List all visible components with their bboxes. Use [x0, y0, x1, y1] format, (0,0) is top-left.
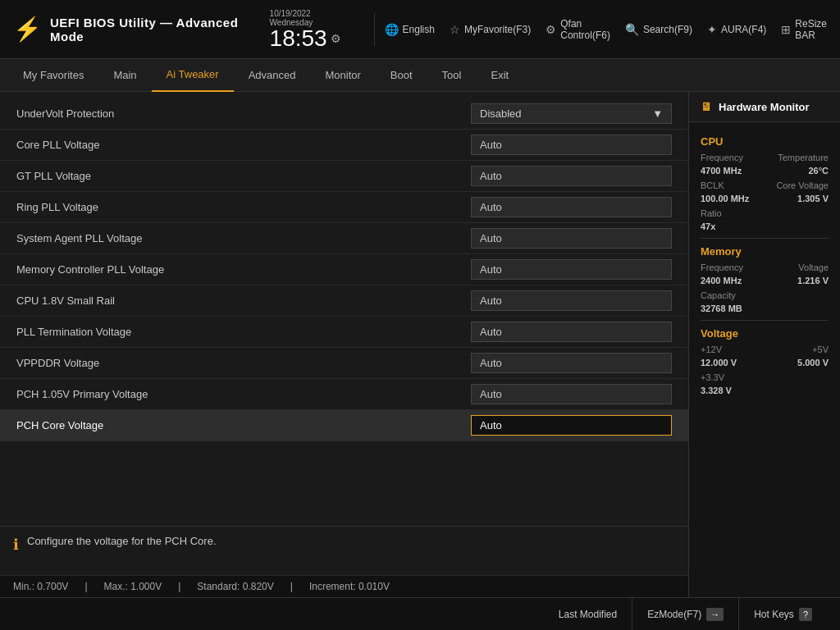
- last-modified-button[interactable]: Last Modified: [544, 598, 632, 631]
- myfavorite-tool[interactable]: ☆ MyFavorite(F3): [450, 23, 531, 36]
- volt-12v-label: +12V: [701, 345, 722, 354]
- nav-main[interactable]: Main: [98, 59, 151, 92]
- setting-value-pch-105v[interactable]: Auto: [471, 384, 672, 404]
- setting-undervolt[interactable]: UnderVolt Protection Disabled ▼: [0, 98, 688, 130]
- setting-vppddr[interactable]: VPPDDR Voltage Auto: [0, 348, 688, 379]
- vppddr-input[interactable]: Auto: [471, 353, 672, 373]
- setting-value-core-pll[interactable]: Auto: [471, 135, 672, 155]
- fan-icon: ⚙: [546, 23, 556, 36]
- nav-advanced[interactable]: Advanced: [234, 59, 311, 92]
- setting-value-ring-pll[interactable]: Auto: [471, 197, 672, 217]
- ez-mode-button[interactable]: EzMode(F7) →: [632, 598, 738, 631]
- volt-33v-value-row: 3.328 V: [701, 386, 829, 395]
- aura-tool[interactable]: ✦ AURA(F4): [707, 23, 766, 36]
- nav-tool[interactable]: Tool: [427, 59, 477, 92]
- setting-label-cpu-18v: CPU 1.8V Small Rail: [16, 294, 471, 307]
- cpu-bclk-row: BCLK Core Voltage: [701, 180, 829, 190]
- app-title: UEFI BIOS Utility — Advanced Mode: [50, 16, 270, 43]
- nav-ai-tweaker[interactable]: Ai Tweaker: [152, 59, 234, 92]
- qfan-tool[interactable]: ⚙ Qfan Control(F6): [546, 18, 610, 41]
- pch-core-input[interactable]: Auto: [471, 415, 672, 436]
- hot-keys-button[interactable]: Hot Keys ?: [738, 598, 827, 631]
- nav-monitor[interactable]: Monitor: [311, 59, 376, 92]
- cpu-frequency-value-row: 4700 MHz 26°C: [701, 166, 829, 176]
- cpu-corevoltage-label: Core Voltage: [776, 180, 829, 190]
- cpu-bclk-value: 100.00 MHz: [701, 194, 749, 203]
- setting-value-mem-ctrl-pll[interactable]: Auto: [471, 259, 672, 280]
- voltage-section-title: Voltage: [701, 327, 829, 340]
- monitor-icon: 🖥: [701, 100, 712, 113]
- volt-33v-row: +3.3V: [701, 372, 829, 382]
- setting-sys-agent-pll[interactable]: System Agent PLL Voltage Auto: [0, 223, 688, 254]
- volt-12v-value: 12.000 V: [701, 358, 737, 368]
- setting-value-sys-agent-pll[interactable]: Auto: [471, 228, 672, 249]
- setting-value-cpu-18v[interactable]: Auto: [471, 290, 672, 311]
- resizebar-label: ReSize BAR: [795, 18, 827, 41]
- range-sep2: |: [178, 581, 180, 592]
- setting-gt-pll[interactable]: GT PLL Voltage Auto: [0, 161, 688, 192]
- nav-my-favorites[interactable]: My Favorites: [8, 59, 98, 92]
- cpu-corevoltage-value: 1.305 V: [797, 194, 829, 203]
- cpu-temperature-label: Temperature: [778, 153, 829, 162]
- hot-keys-icon: ?: [799, 608, 812, 621]
- pll-term-input[interactable]: Auto: [471, 322, 672, 342]
- setting-pch-core[interactable]: PCH Core Voltage Auto: [0, 410, 688, 441]
- setting-label-pll-term: PLL Termination Voltage: [16, 326, 471, 338]
- search-tool[interactable]: 🔍 Search(F9): [625, 23, 692, 36]
- time-display: 18:53: [270, 27, 327, 50]
- last-modified-label: Last Modified: [559, 609, 617, 620]
- nav-exit[interactable]: Exit: [476, 59, 523, 92]
- myfavorite-label: MyFavorite(F3): [464, 24, 531, 35]
- setting-pch-105v[interactable]: PCH 1.05V Primary Voltage Auto: [0, 379, 688, 410]
- cpu-temperature-value: 26°C: [808, 166, 829, 176]
- nav-boot[interactable]: Boot: [376, 59, 427, 92]
- header-tools: 🌐 English ☆ MyFavorite(F3) ⚙ Qfan Contro…: [385, 18, 827, 41]
- mem-frequency-label: Frequency: [701, 262, 743, 272]
- mem-frequency-value: 2400 MHz: [701, 276, 742, 285]
- cpu-frequency-label: Frequency: [701, 153, 743, 162]
- setting-value-vppddr[interactable]: Auto: [471, 353, 672, 373]
- favorite-icon: ☆: [450, 23, 460, 36]
- setting-label-gt-pll: GT PLL Voltage: [16, 170, 471, 182]
- setting-value-undervolt[interactable]: Disabled ▼: [471, 103, 672, 124]
- setting-cpu-18v[interactable]: CPU 1.8V Small Rail Auto: [0, 285, 688, 317]
- cpu-18v-input[interactable]: Auto: [471, 290, 672, 311]
- volt-5v-label: +5V: [812, 345, 829, 354]
- search-icon: 🔍: [625, 23, 639, 36]
- core-pll-input[interactable]: Auto: [471, 135, 672, 155]
- cpu-frequency-row: Frequency Temperature: [701, 153, 829, 162]
- footer: Last Modified EzMode(F7) → Hot Keys ?: [0, 597, 840, 630]
- setting-mem-ctrl-pll[interactable]: Memory Controller PLL Voltage Auto: [0, 254, 688, 285]
- range-min: Min.: 0.700V: [13, 581, 68, 592]
- mem-capacity-value: 32768 MB: [701, 304, 742, 313]
- mem-frequency-value-row: 2400 MHz 1.216 V: [701, 276, 829, 285]
- settings-icon[interactable]: ⚙: [331, 32, 341, 45]
- sys-agent-pll-input[interactable]: Auto: [471, 228, 672, 249]
- range-max: Max.: 1.000V: [104, 581, 162, 592]
- volt-33v-value: 3.328 V: [701, 386, 732, 395]
- hw-monitor-label: Hardware Monitor: [719, 101, 810, 113]
- setting-value-pch-core[interactable]: Auto: [471, 415, 672, 436]
- datetime-area: 10/19/2022 Wednesday 18:53 ⚙: [270, 9, 354, 50]
- mem-ctrl-pll-input[interactable]: Auto: [471, 259, 672, 280]
- mem-capacity-row: Capacity: [701, 290, 829, 300]
- gt-pll-input[interactable]: Auto: [471, 166, 672, 186]
- setting-label-undervolt: UnderVolt Protection: [16, 107, 471, 120]
- setting-ring-pll[interactable]: Ring PLL Voltage Auto: [0, 192, 688, 223]
- language-tool[interactable]: 🌐 English: [385, 23, 435, 36]
- undervolt-select[interactable]: Disabled ▼: [471, 103, 672, 124]
- setting-label-pch-core: PCH Core Voltage: [16, 419, 471, 431]
- cpu-divider: [701, 238, 829, 239]
- search-label: Search(F9): [643, 24, 692, 35]
- ring-pll-input[interactable]: Auto: [471, 197, 672, 217]
- resizebar-tool[interactable]: ⊞ ReSize BAR: [781, 18, 827, 41]
- setting-pll-term[interactable]: PLL Termination Voltage Auto: [0, 317, 688, 348]
- mem-voltage-value: 1.216 V: [797, 276, 829, 285]
- cpu-section-title: CPU: [701, 135, 829, 148]
- setting-value-pll-term[interactable]: Auto: [471, 322, 672, 342]
- main-layout: UnderVolt Protection Disabled ▼ Core PLL…: [0, 92, 840, 597]
- setting-core-pll[interactable]: Core PLL Voltage Auto: [0, 130, 688, 161]
- setting-value-gt-pll[interactable]: Auto: [471, 166, 672, 186]
- pch-105v-input[interactable]: Auto: [471, 384, 672, 404]
- setting-label-ring-pll: Ring PLL Voltage: [16, 201, 471, 213]
